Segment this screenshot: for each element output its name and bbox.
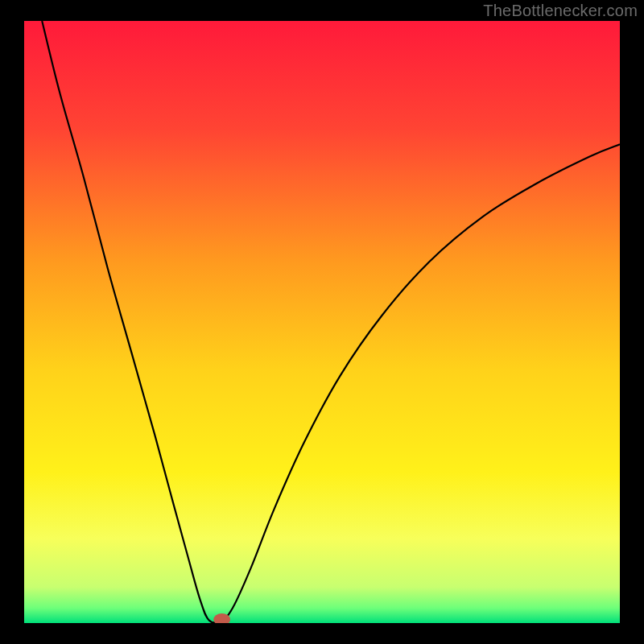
chart-frame: TheBottlenecker.com: [0, 0, 644, 644]
plot-background: [24, 21, 620, 623]
optimum-marker: [213, 613, 230, 625]
attribution-label: TheBottlenecker.com: [483, 2, 638, 20]
bottleneck-chart: [0, 0, 644, 644]
